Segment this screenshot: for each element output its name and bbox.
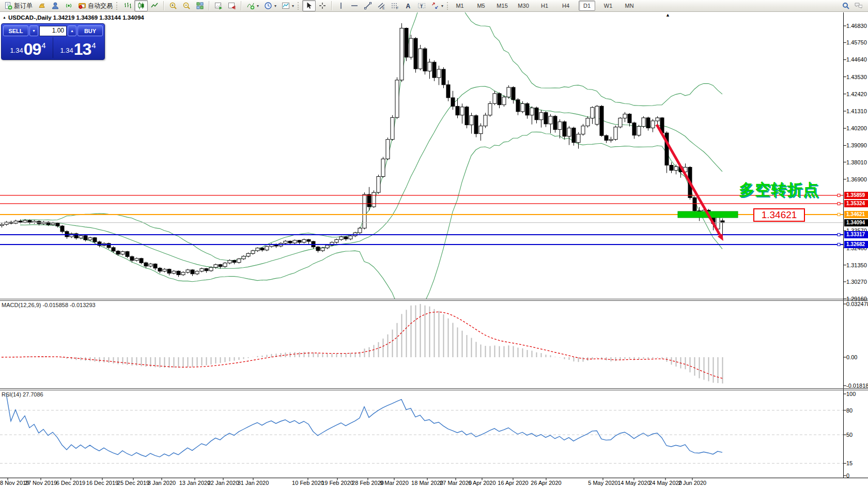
timeframe-MN[interactable]: MN — [621, 1, 638, 11]
volume-increase-button[interactable]: ▲ — [68, 25, 76, 36]
svg-text:E: E — [382, 6, 385, 10]
sell-price-small: 1.34 — [10, 47, 23, 54]
dropdown-caret-icon: ▾ — [292, 4, 294, 8]
rsi-levels — [0, 410, 843, 464]
bollinger-bands — [20, 0, 722, 323]
svg-text:A: A — [406, 3, 411, 10]
deposit-button[interactable] — [35, 0, 49, 11]
toolbar-separator — [331, 1, 332, 10]
buy-price-small: 1.34 — [60, 47, 73, 54]
text-icon: A — [404, 2, 412, 10]
new-order-button[interactable]: 新订单 — [2, 0, 35, 11]
toolbar-separator — [241, 1, 242, 10]
toolbar-grip — [447, 2, 450, 10]
toolbar: 新订单 自动交易 ▾ ▾ ▾ E F A T ▾ — [0, 0, 868, 12]
timeframe-M1[interactable]: M1 — [452, 1, 468, 11]
chat-icon[interactable] — [854, 2, 862, 10]
timeframe-D1[interactable]: D1 — [579, 1, 595, 11]
chart-canvas[interactable] — [0, 0, 868, 488]
dropdown-caret-icon: ▾ — [441, 4, 443, 8]
vertical-line-icon — [337, 2, 345, 10]
line-chart-button[interactable] — [148, 0, 161, 11]
fibonacci-tool-button[interactable]: F — [388, 0, 401, 11]
text-tool-button[interactable]: A — [401, 0, 415, 11]
cursor-tool-button[interactable] — [302, 0, 316, 11]
price-callout-box[interactable]: 1.34621 — [753, 208, 805, 222]
chart-title: ▲USDCAD-,Daily 1.34219 1.34369 1.33144 1… — [3, 14, 144, 21]
chart-window: 新订单 自动交易 ▾ ▾ ▾ E F A T ▾ — [0, 0, 868, 488]
macd-histogram — [2, 304, 723, 384]
crosshair-icon — [318, 2, 327, 10]
signal-icon — [65, 2, 73, 10]
sell-price[interactable]: 1.34 09 4 — [3, 37, 53, 58]
auto-scroll-button[interactable] — [212, 0, 225, 11]
zoom-in-button[interactable] — [166, 0, 180, 11]
volume-input[interactable]: 1.00 — [39, 26, 67, 36]
timeframe-H1[interactable]: H1 — [536, 1, 553, 11]
sell-price-big: 09 — [24, 41, 41, 57]
periods-button[interactable]: ▾ — [261, 0, 279, 11]
cursor-icon — [305, 2, 313, 10]
timeframe-W1[interactable]: W1 — [600, 1, 616, 11]
indicators-button[interactable]: ▾ — [244, 0, 261, 11]
autotrading-icon — [78, 2, 86, 10]
turning-point-annotation[interactable]: 多空转折点 — [739, 179, 819, 201]
zoom-in-icon — [169, 2, 177, 10]
sell-price-pip: 4 — [41, 41, 45, 50]
new-order-icon — [4, 2, 12, 10]
timeframe-M30[interactable]: M30 — [515, 1, 532, 11]
dropdown-caret-icon: ▾ — [257, 4, 259, 8]
gold-ingot-icon — [38, 2, 46, 10]
bollinger-middle — [20, 86, 722, 268]
zoom-out-button[interactable] — [180, 0, 193, 11]
sell-button[interactable]: SELL — [3, 25, 28, 36]
vertical-line-tool-button[interactable] — [334, 0, 348, 11]
bollinger-lower — [20, 132, 722, 323]
bar-chart-icon — [123, 2, 132, 10]
search-icon[interactable] — [842, 2, 850, 10]
candles-group — [0, 23, 724, 277]
horizontal-line-tool-button[interactable] — [348, 0, 361, 11]
up-arrow-icon: ▲ — [70, 29, 74, 33]
signals-button[interactable] — [62, 0, 75, 11]
timeframe-H4[interactable]: H4 — [557, 1, 574, 11]
crosshair-tool-button[interactable] — [316, 0, 329, 11]
clock-icon — [264, 2, 272, 10]
autotrading-button[interactable]: 自动交易 — [75, 0, 115, 11]
indicators-icon — [246, 2, 255, 10]
buy-button[interactable]: BUY — [78, 25, 103, 36]
chart-shift-icon — [228, 2, 236, 10]
dropdown-caret-icon: ▾ — [274, 4, 276, 8]
candlestick-chart-button[interactable] — [134, 0, 148, 11]
macd-signal-line — [2, 312, 722, 378]
person-icon — [51, 2, 59, 10]
axis-ticks — [8, 26, 846, 480]
tile-windows-button[interactable] — [193, 0, 207, 11]
trendline-icon — [364, 2, 372, 10]
equidistant-channel-tool-button[interactable]: E — [375, 0, 388, 11]
channel-icon: E — [377, 2, 385, 10]
trendline-tool-button[interactable] — [361, 0, 375, 11]
buy-price[interactable]: 1.34 13 4 — [53, 37, 103, 58]
toolbar-grip — [116, 2, 119, 10]
templates-button[interactable]: ▾ — [279, 0, 297, 11]
svg-text:T: T — [420, 4, 423, 9]
fibonacci-icon: F — [391, 2, 399, 10]
candlestick-chart-icon — [137, 2, 145, 10]
text-label-tool-button[interactable]: T — [415, 0, 428, 11]
rsi-line — [6, 394, 722, 457]
text-label-icon: T — [417, 2, 426, 10]
timeframe-M15[interactable]: M15 — [494, 1, 510, 11]
community-button[interactable] — [49, 0, 62, 11]
zoom-out-icon — [182, 2, 191, 10]
chart-shift-button[interactable] — [225, 0, 239, 11]
collapse-triangle-icon: ▲ — [3, 16, 6, 19]
arrows-tool-button[interactable]: ▾ — [428, 0, 446, 11]
timeframe-bar: M1M5M15M30H1H4D1W1MN — [452, 1, 642, 11]
trend-arrow — [657, 125, 723, 241]
bar-chart-button[interactable] — [121, 0, 134, 11]
volume-decrease-button[interactable]: ▼ — [29, 25, 38, 36]
tile-windows-icon — [196, 2, 204, 10]
scroll-end-marker-icon: ▲ — [665, 12, 670, 18]
timeframe-M5[interactable]: M5 — [473, 1, 489, 11]
